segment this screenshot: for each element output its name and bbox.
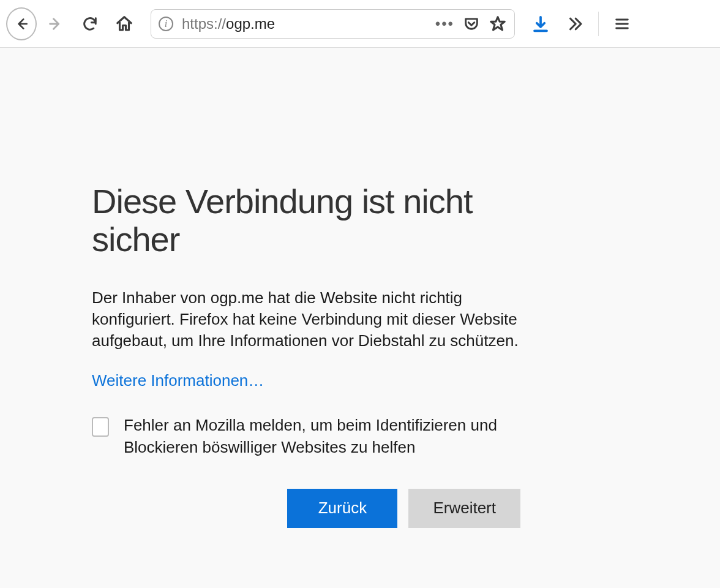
advanced-button[interactable]: Erweitert [408,489,520,528]
back-button[interactable]: Zurück [287,489,397,528]
button-row: Zurück Erweitert [92,489,520,528]
home-icon [115,15,133,33]
back-button[interactable] [6,9,37,39]
url-text: https://ogp.me [182,15,435,32]
download-icon [531,15,550,33]
reload-icon [81,15,99,32]
error-description: Der Inhaber von ogp.me hat die Website n… [92,287,520,352]
bookmark-star-icon[interactable] [489,15,507,33]
report-error-row: Fehler an Mozilla melden, um beim Identi… [92,415,520,458]
page-actions-icon[interactable]: ••• [435,17,454,31]
report-error-checkbox[interactable] [92,417,109,437]
chevron-double-right-icon [566,15,584,33]
info-icon[interactable]: i [159,17,173,31]
browser-toolbar: i https://ogp.me ••• [0,0,720,48]
home-button[interactable] [109,9,140,39]
error-title: Diese Verbindung ist nicht sicher [92,183,520,258]
more-info-link[interactable]: Weitere Informationen… [92,371,264,390]
toolbar-divider [598,12,599,36]
downloads-button[interactable] [526,9,555,39]
reload-button[interactable] [75,9,105,39]
hamburger-icon [613,15,631,32]
error-page: Diese Verbindung ist nicht sicher Der In… [0,48,612,528]
arrow-right-icon [47,15,64,32]
url-bar[interactable]: i https://ogp.me ••• [151,9,515,39]
pocket-icon[interactable] [463,15,480,32]
forward-button[interactable] [40,9,71,39]
menu-button[interactable] [607,9,637,39]
arrow-left-icon [13,16,29,32]
overflow-button[interactable] [560,9,590,39]
report-error-label: Fehler an Mozilla melden, um beim Identi… [124,415,520,458]
